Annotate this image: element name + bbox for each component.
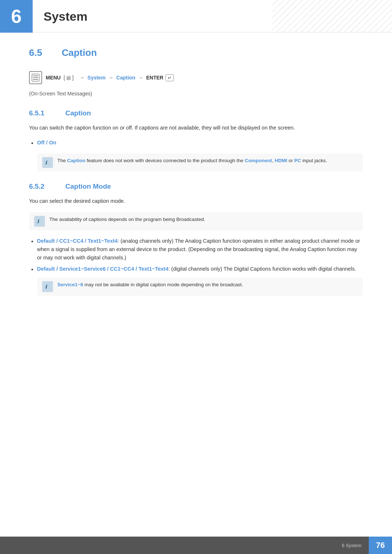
- footer-text: 6 System: [342, 543, 362, 548]
- subsection-652-number: 6.5.2: [29, 182, 56, 190]
- subsection-651-desc: You can switch the caption function on o…: [29, 124, 363, 132]
- bullet-analog: Default / CC1~CC4 / Text1~Text4: (analog…: [29, 237, 363, 262]
- subsection-652-heading: 6.5.2 Caption Mode: [29, 182, 363, 190]
- page-footer: 6 System 76: [0, 537, 392, 554]
- note-box-652-bullet: ℹ Service1~6 may not be available in dig…: [37, 278, 363, 296]
- svg-rect-8: [67, 77, 70, 78]
- nav-arrow-1: [ ]: [64, 75, 74, 81]
- note-text-652-top: The availability of captions depends on …: [49, 216, 205, 223]
- chapter-box: 6: [0, 0, 33, 33]
- screen-text-msg: (On-Screen Text Messages): [29, 91, 363, 97]
- chapter-number: 6: [11, 5, 22, 27]
- note-icon-651: ℹ: [42, 157, 53, 168]
- enter-bracket-icon: ↵: [166, 74, 174, 81]
- subsection-651: 6.5.1 Caption You can switch the caption…: [29, 109, 363, 172]
- note-hdmi-highlight: HDMI: [275, 158, 287, 163]
- digital-options-label: Default / Service1~Service6 / CC1~CC4 / …: [37, 266, 168, 272]
- svg-rect-10: [67, 79, 70, 79]
- subsection-652-title: Caption Mode: [65, 182, 111, 190]
- note-box-651: ℹ The Caption feature does not work with…: [37, 153, 363, 172]
- svg-rect-9: [67, 78, 70, 79]
- subsection-651-heading: 6.5.1 Caption: [29, 109, 363, 117]
- section-65-title: Caption: [62, 47, 97, 58]
- note-component-highlight: Component: [245, 158, 272, 163]
- page-header: 6 System: [0, 0, 392, 33]
- subsection-651-title: Caption: [65, 109, 91, 117]
- nav-arrow-3: →: [109, 75, 114, 81]
- svg-rect-1: [272, 0, 392, 33]
- svg-rect-4: [33, 75, 38, 76]
- section-65-heading: 6.5 Caption: [29, 47, 363, 58]
- subsection-652: 6.5.2 Caption Mode You can select the de…: [29, 182, 363, 296]
- note-651: ℹ The Caption feature does not work with…: [37, 153, 363, 172]
- nav-caption: Caption: [117, 75, 135, 81]
- note-text-651: The Caption feature does not work with d…: [57, 157, 327, 165]
- menu-icon: [29, 71, 42, 84]
- footer-page-number: 76: [369, 537, 392, 554]
- nav-menu: MENU: [46, 75, 61, 81]
- nav-path: MENU [ ] → System → Caption → ENTER ↵: [29, 71, 363, 84]
- nav-arrow-4: →: [138, 75, 143, 81]
- note-icon-652-top: ℹ: [34, 216, 45, 227]
- digital-desc: : (digital channels only) The Digital Ca…: [168, 266, 356, 272]
- off-on-label: Off / On: [37, 140, 56, 145]
- nav-enter: ENTER: [146, 75, 163, 81]
- analog-options-label: Default / CC1~CC4 / Text1~Text4: [37, 238, 118, 244]
- note-652-top: ℹ The availability of captions depends o…: [29, 212, 363, 230]
- note-652-bullet: ℹ Service1~6 may not be available in dig…: [37, 278, 363, 296]
- nav-system: System: [87, 75, 106, 81]
- section-65-number: 6.5: [29, 47, 51, 58]
- chapter-title: System: [44, 9, 87, 24]
- service16-highlight: Service1~6: [57, 282, 83, 287]
- bullet-off-on: Off / On: [29, 139, 363, 147]
- note-caption-highlight: Caption: [67, 158, 85, 163]
- note-pc-highlight: PC: [294, 158, 301, 163]
- subsection-652-bullets: Default / CC1~CC4 / Text1~Text4: (analog…: [29, 237, 363, 296]
- main-content: 6.5 Caption MENU [ ] → System → Capti: [0, 47, 392, 296]
- subsection-651-number: 6.5.1: [29, 109, 56, 117]
- note-icon-652-bullet: ℹ: [42, 281, 53, 292]
- svg-rect-5: [33, 77, 38, 78]
- nav-arrow-2: →: [79, 75, 85, 81]
- note-text-652-bullet: Service1~6 may not be available in digit…: [57, 281, 243, 289]
- svg-rect-6: [33, 79, 38, 80]
- subsection-652-desc: You can select the desired caption mode.: [29, 197, 363, 205]
- bullet-digital: Default / Service1~Service6 / CC1~CC4 / …: [29, 265, 363, 296]
- subsection-651-bullets: Off / On: [29, 139, 363, 147]
